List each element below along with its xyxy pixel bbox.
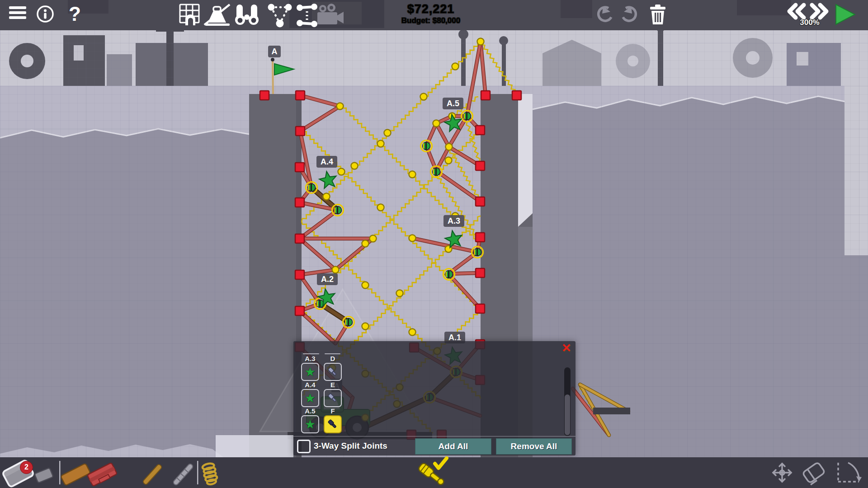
split-joint[interactable] [421, 141, 432, 152]
anchor-joint[interactable] [295, 234, 304, 243]
bridge-joint[interactable] [332, 267, 339, 273]
bridge-joint[interactable] [323, 193, 330, 200]
star-icon: ★ [305, 418, 315, 430]
split-joint[interactable] [443, 269, 455, 280]
phase-id: E [324, 381, 342, 389]
info-icon[interactable] [38, 6, 53, 22]
help-icon[interactable]: ? [69, 3, 81, 25]
bridge-joint[interactable] [396, 290, 403, 297]
grid-toggle-icon[interactable] [180, 5, 199, 25]
remove-all-button[interactable]: Remove All [496, 438, 572, 455]
road-deck[interactable] [593, 408, 630, 414]
bridge-joint[interactable] [362, 282, 369, 289]
anchor-joint[interactable] [476, 304, 485, 313]
scrollbar-thumb[interactable] [565, 394, 570, 435]
redo-icon[interactable] [623, 6, 636, 21]
anchor-joint[interactable] [296, 127, 305, 136]
svg-text:A: A [272, 47, 278, 56]
anchor-joint[interactable] [295, 163, 304, 172]
anchor-joint[interactable] [476, 161, 485, 170]
bridge-joint[interactable] [370, 235, 377, 242]
bridge-joint[interactable] [477, 38, 484, 45]
bridge-joint[interactable] [384, 130, 391, 136]
split-joint-row: A.5 ★ F [293, 407, 348, 433]
three-way-split-checkbox[interactable] [297, 440, 311, 453]
anchor-joint[interactable] [295, 270, 304, 279]
split-joint[interactable] [332, 205, 344, 216]
divider [293, 436, 576, 436]
bridge-joint[interactable] [337, 103, 344, 110]
bridge-joint[interactable] [377, 141, 384, 147]
anchor-joint[interactable] [512, 91, 521, 100]
bridge-joint[interactable] [452, 63, 459, 70]
phase-toggle[interactable] [324, 363, 342, 381]
skip-forward-button[interactable] [812, 5, 826, 18]
budget-amount: $80,000 [433, 16, 460, 25]
bridge-joint[interactable] [433, 120, 440, 127]
split-joint[interactable] [306, 182, 317, 193]
weight-disable-icon[interactable] [204, 5, 230, 26]
checkpoint-toggle[interactable]: ★ [301, 363, 319, 381]
hydraulic-phases-icon[interactable] [297, 4, 317, 27]
selected-tool-indicator [415, 455, 456, 487]
svg-text:A.1: A.1 [448, 333, 461, 342]
bridge-joint[interactable] [351, 163, 358, 169]
anchor-joint[interactable] [476, 268, 485, 277]
anchor-joint[interactable] [476, 126, 485, 135]
anchor-joint[interactable] [476, 233, 485, 242]
checkpoint-toggle[interactable]: ★ [301, 415, 319, 433]
replay-camera-icon[interactable] [317, 4, 344, 24]
svg-text:A.4: A.4 [321, 157, 333, 166]
anchor-joint[interactable] [481, 91, 490, 100]
slab-count-badge: 2 [20, 461, 33, 474]
play-button[interactable] [836, 5, 855, 24]
undo-icon[interactable] [599, 6, 611, 21]
split-joint[interactable] [431, 166, 442, 178]
bridge-joint[interactable] [409, 171, 416, 178]
checkpoint-toggle[interactable]: ★ [301, 389, 319, 407]
split-joint[interactable] [462, 111, 473, 122]
bridge-joint[interactable] [446, 144, 453, 150]
binoculars-icon[interactable] [235, 5, 259, 25]
checkpoint-label: A.5 [443, 98, 463, 109]
phase-toggle[interactable] [324, 415, 342, 433]
balance-amount: $72,221 [386, 2, 476, 16]
scrollbar-track[interactable] [564, 367, 571, 436]
delete-icon[interactable] [650, 5, 665, 24]
split-joints-icon[interactable] [268, 4, 292, 28]
add-all-button[interactable]: Add All [415, 438, 491, 455]
svg-text:A.3: A.3 [448, 216, 460, 225]
game-screen: A A.5A.4A.3A.2A.1A ? [0, 0, 868, 488]
bridge-joint[interactable] [377, 204, 384, 211]
menu-button[interactable] [9, 6, 26, 19]
checkpoint-label: A.4 [316, 156, 337, 168]
divider [197, 461, 198, 484]
phase-id: F [324, 407, 342, 415]
anchor-joint[interactable] [295, 198, 304, 207]
phase-toggle[interactable] [324, 389, 342, 407]
skip-back-button[interactable] [789, 5, 804, 18]
split-joints-dialog: ✕ A.3 ★ D A.4 ★ E A.5 ★ [293, 341, 576, 455]
anchor-joint[interactable] [260, 91, 269, 100]
divider [59, 461, 61, 484]
split-joint[interactable] [472, 247, 483, 258]
bridge-joint[interactable] [445, 157, 452, 164]
close-icon[interactable]: ✕ [560, 342, 573, 355]
bridge-joint[interactable] [338, 169, 345, 175]
budget-label: Budget: [401, 16, 430, 25]
bridge-joint[interactable] [409, 329, 416, 336]
prev-row-edge [303, 353, 319, 354]
split-joint[interactable] [343, 317, 354, 328]
check-icon [435, 458, 447, 468]
anchor-joint[interactable] [476, 197, 485, 206]
anchor-joint[interactable] [296, 91, 305, 100]
hydraulic-phase-icon [327, 366, 339, 378]
bridge-joint[interactable] [362, 240, 369, 247]
split-joint-row: A.3 ★ D [293, 355, 348, 381]
prev-row-edge [325, 353, 340, 354]
bridge-joint[interactable] [409, 235, 416, 242]
budget-line: Budget: $80,000 [368, 16, 494, 25]
anchor-joint[interactable] [295, 306, 304, 315]
bridge-joint[interactable] [362, 323, 369, 330]
bridge-joint[interactable] [420, 94, 427, 100]
